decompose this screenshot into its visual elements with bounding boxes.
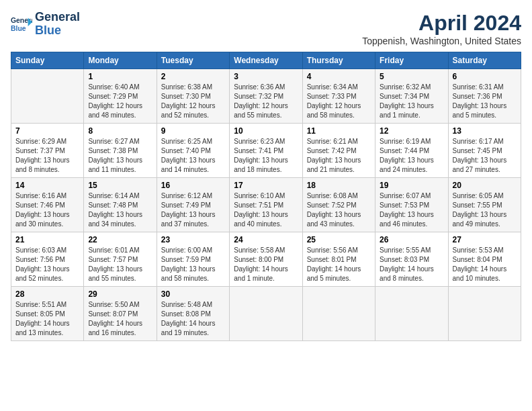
calendar-cell [302,287,375,341]
day-number: 15 [88,181,152,190]
day-info: Sunrise: 6:00 AM Sunset: 7:59 PM Dayligh… [161,246,225,283]
calendar-cell: 2Sunrise: 6:38 AM Sunset: 7:30 PM Daylig… [157,69,229,124]
day-number: 20 [453,181,517,190]
day-info: Sunrise: 6:12 AM Sunset: 7:49 PM Dayligh… [161,191,225,229]
column-header-saturday: Saturday [448,52,521,69]
day-number: 30 [161,289,225,299]
day-info: Sunrise: 6:05 AM Sunset: 7:55 PM Dayligh… [453,191,517,229]
day-info: Sunrise: 6:16 AM Sunset: 7:46 PM Dayligh… [15,191,79,229]
day-number: 5 [380,72,443,81]
day-number: 10 [234,126,298,136]
day-info: Sunrise: 6:31 AM Sunset: 7:36 PM Dayligh… [453,83,517,120]
calendar-cell: 8Sunrise: 6:27 AM Sunset: 7:38 PM Daylig… [84,124,157,178]
calendar-cell [448,287,521,341]
calendar-cell: 9Sunrise: 6:25 AM Sunset: 7:40 PM Daylig… [157,124,229,178]
day-info: Sunrise: 6:14 AM Sunset: 7:48 PM Dayligh… [88,191,152,229]
calendar-cell: 19Sunrise: 6:07 AM Sunset: 7:53 PM Dayli… [375,178,448,232]
calendar-cell [11,69,84,124]
week-row-4: 21Sunrise: 6:03 AM Sunset: 7:56 PM Dayli… [11,232,521,287]
day-number: 13 [453,126,517,136]
day-number: 17 [234,181,298,190]
calendar-cell: 17Sunrise: 6:10 AM Sunset: 7:51 PM Dayli… [230,178,302,232]
calendar-cell: 29Sunrise: 5:50 AM Sunset: 8:07 PM Dayli… [84,287,157,341]
week-row-1: 1Sunrise: 6:40 AM Sunset: 7:29 PM Daylig… [11,69,521,124]
page-header: General Blue General Blue April 2024 Top… [11,11,521,46]
day-info: Sunrise: 6:34 AM Sunset: 7:33 PM Dayligh… [307,83,371,120]
day-info: Sunrise: 5:55 AM Sunset: 8:03 PM Dayligh… [380,246,443,283]
calendar-cell: 18Sunrise: 6:08 AM Sunset: 7:52 PM Dayli… [302,178,375,232]
calendar-cell: 12Sunrise: 6:19 AM Sunset: 7:44 PM Dayli… [375,124,448,178]
day-number: 26 [380,235,443,244]
day-info: Sunrise: 6:17 AM Sunset: 7:45 PM Dayligh… [453,137,517,175]
calendar-cell: 30Sunrise: 5:48 AM Sunset: 8:08 PM Dayli… [157,287,229,341]
calendar-cell: 11Sunrise: 6:21 AM Sunset: 7:42 PM Dayli… [302,124,375,178]
day-number: 12 [380,126,443,136]
day-number: 28 [15,289,79,299]
calendar-cell: 6Sunrise: 6:31 AM Sunset: 7:36 PM Daylig… [448,69,521,124]
day-number: 25 [307,235,371,244]
day-info: Sunrise: 6:36 AM Sunset: 7:32 PM Dayligh… [234,83,298,120]
logo-line2: Blue [35,24,80,38]
title-block: April 2024 Toppenish, Washington, United… [362,11,521,46]
calendar-cell: 13Sunrise: 6:17 AM Sunset: 7:45 PM Dayli… [448,124,521,178]
day-info: Sunrise: 6:10 AM Sunset: 7:51 PM Dayligh… [234,191,298,229]
day-info: Sunrise: 6:08 AM Sunset: 7:52 PM Dayligh… [307,191,371,229]
day-info: Sunrise: 5:58 AM Sunset: 8:00 PM Dayligh… [234,246,298,283]
day-info: Sunrise: 5:50 AM Sunset: 8:07 PM Dayligh… [88,300,152,338]
day-number: 27 [453,235,517,244]
calendar-cell [375,287,448,341]
day-info: Sunrise: 6:03 AM Sunset: 7:56 PM Dayligh… [15,246,79,283]
day-number: 6 [453,72,517,81]
day-info: Sunrise: 6:27 AM Sunset: 7:38 PM Dayligh… [88,137,152,175]
calendar-cell: 22Sunrise: 6:01 AM Sunset: 7:57 PM Dayli… [84,232,157,287]
calendar-cell [230,287,302,341]
column-header-friday: Friday [375,52,448,69]
location: Toppenish, Washington, United States [362,36,521,46]
column-header-tuesday: Tuesday [157,52,229,69]
day-number: 19 [380,181,443,190]
column-header-sunday: Sunday [11,52,84,69]
day-info: Sunrise: 6:07 AM Sunset: 7:53 PM Dayligh… [380,191,443,229]
calendar-cell: 23Sunrise: 6:00 AM Sunset: 7:59 PM Dayli… [157,232,229,287]
calendar-cell: 1Sunrise: 6:40 AM Sunset: 7:29 PM Daylig… [84,69,157,124]
calendar-cell: 24Sunrise: 5:58 AM Sunset: 8:00 PM Dayli… [230,232,302,287]
day-number: 2 [161,72,225,81]
week-row-3: 14Sunrise: 6:16 AM Sunset: 7:46 PM Dayli… [11,178,521,232]
day-info: Sunrise: 6:21 AM Sunset: 7:42 PM Dayligh… [307,137,371,175]
calendar-cell: 20Sunrise: 6:05 AM Sunset: 7:55 PM Dayli… [448,178,521,232]
day-number: 7 [15,126,79,136]
day-number: 22 [88,235,152,244]
logo: General Blue General Blue [11,11,80,38]
day-number: 16 [161,181,225,190]
calendar-cell: 7Sunrise: 6:29 AM Sunset: 7:37 PM Daylig… [11,124,84,178]
day-number: 11 [307,126,371,136]
day-number: 29 [88,289,152,299]
day-info: Sunrise: 6:32 AM Sunset: 7:34 PM Dayligh… [380,83,443,120]
day-number: 23 [161,235,225,244]
calendar-cell: 5Sunrise: 6:32 AM Sunset: 7:34 PM Daylig… [375,69,448,124]
day-info: Sunrise: 6:19 AM Sunset: 7:44 PM Dayligh… [380,137,443,175]
day-number: 24 [234,235,298,244]
svg-text:Blue: Blue [11,24,26,32]
column-header-thursday: Thursday [302,52,375,69]
calendar-cell: 16Sunrise: 6:12 AM Sunset: 7:49 PM Dayli… [157,178,229,232]
column-header-monday: Monday [84,52,157,69]
week-row-2: 7Sunrise: 6:29 AM Sunset: 7:37 PM Daylig… [11,124,521,178]
calendar-header-row: SundayMondayTuesdayWednesdayThursdayFrid… [11,52,521,69]
day-info: Sunrise: 6:29 AM Sunset: 7:37 PM Dayligh… [15,137,79,175]
day-number: 8 [88,126,152,136]
month-title: April 2024 [362,11,521,36]
day-number: 14 [15,181,79,190]
calendar-cell: 28Sunrise: 5:51 AM Sunset: 8:05 PM Dayli… [11,287,84,341]
calendar-table: SundayMondayTuesdayWednesdayThursdayFrid… [11,52,521,341]
day-info: Sunrise: 6:40 AM Sunset: 7:29 PM Dayligh… [88,83,152,120]
calendar-cell: 3Sunrise: 6:36 AM Sunset: 7:32 PM Daylig… [230,69,302,124]
day-info: Sunrise: 5:48 AM Sunset: 8:08 PM Dayligh… [161,300,225,338]
logo-line1: General [35,11,80,24]
column-header-wednesday: Wednesday [230,52,302,69]
day-info: Sunrise: 6:23 AM Sunset: 7:41 PM Dayligh… [234,137,298,175]
calendar-cell: 26Sunrise: 5:55 AM Sunset: 8:03 PM Dayli… [375,232,448,287]
day-number: 21 [15,235,79,244]
week-row-5: 28Sunrise: 5:51 AM Sunset: 8:05 PM Dayli… [11,287,521,341]
day-info: Sunrise: 5:51 AM Sunset: 8:05 PM Dayligh… [15,300,79,338]
